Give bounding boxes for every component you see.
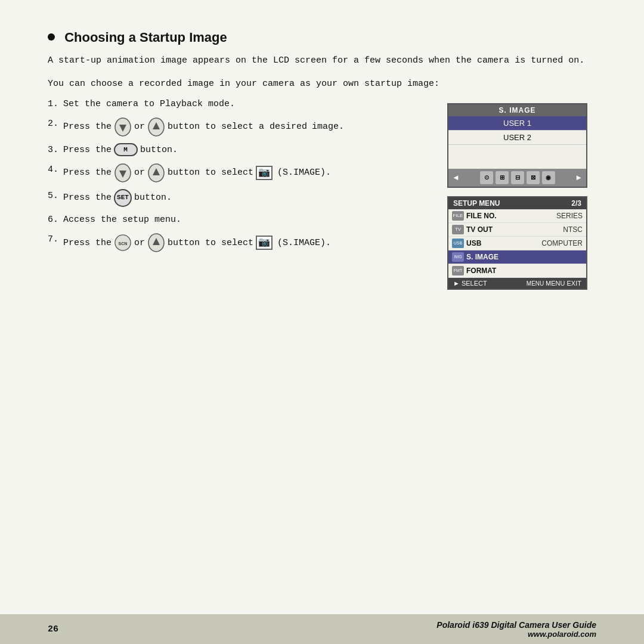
- step-2: 2. Press the or: [48, 117, 429, 137]
- setup-value-fileno: SERIES: [556, 212, 583, 220]
- simage-bottom-bar: ◄ ⊙ ⊞ ⊟ ⊠ ◉ ►: [448, 169, 586, 187]
- step-5: 5. Press the SET button.: [48, 189, 429, 207]
- setup-value-usb: COMPUTER: [541, 239, 583, 247]
- setup-footer-select: ► SELECT: [453, 280, 487, 287]
- setup-label-tvout: TV OUT: [466, 225, 561, 234]
- setup-label-usb: USB: [466, 239, 539, 247]
- setup-row-format: FMT FORMAT: [448, 264, 586, 278]
- step-3-text: Press the M button.: [63, 143, 429, 157]
- footer-brand: Polaroid i639 Digital Camera User Guide …: [436, 620, 596, 639]
- setup-icon-tv: TV: [452, 225, 464, 234]
- setup-footer-exit: MENU MENU EXIT: [527, 280, 581, 287]
- footer-brand-line2: www.polaroid.com: [436, 630, 596, 639]
- steps-left: 1. Set the camera to Playback mode. 2. P…: [48, 97, 447, 259]
- setup-row-simage: IMG S. IMAGE: [448, 250, 586, 264]
- setup-row-fileno: FILE FILE NO. SERIES: [448, 209, 586, 223]
- steps-area: 1. Set the camera to Playback mode. 2. P…: [48, 97, 596, 290]
- nav-up-btn-4: [147, 163, 165, 183]
- step-7: 7. Press the SCN or: [48, 233, 429, 253]
- step-3: 3. Press the M button.: [48, 143, 429, 157]
- simage-row-user1: USER 1: [448, 116, 586, 131]
- step-5-num: 5.: [48, 189, 63, 203]
- simage-empty-area: [448, 145, 586, 169]
- step-1-num: 1.: [48, 97, 63, 111]
- setup-icon-simage: IMG: [452, 252, 464, 262]
- setup-footer: ► SELECT MENU MENU EXIT: [448, 278, 586, 289]
- simage-header: S. IMAGE: [448, 104, 586, 116]
- setup-label-simage: S. IMAGE: [466, 253, 580, 261]
- nav-icon-1: ⊙: [480, 171, 493, 184]
- bullet-icon: [48, 33, 55, 41]
- step-6: 6. Access the setup menu.: [48, 213, 429, 227]
- step-1: 1. Set the camera to Playback mode.: [48, 97, 429, 111]
- setup-label-format: FORMAT: [466, 267, 580, 275]
- footer-brand-line1: Polaroid i639 Digital Camera User Guide: [436, 620, 596, 630]
- step-4-text: Press the or button to s: [63, 163, 429, 183]
- setup-value-tvout: NTSC: [563, 225, 583, 234]
- steps-right: S. IMAGE USER 1 USER 2 ◄ ⊙ ⊞ ⊟ ⊠ ◉ ►: [447, 103, 596, 290]
- simage-camera-icon-7: 📷: [256, 236, 273, 250]
- step-3-num: 3.: [48, 143, 63, 157]
- nav-down-btn-2: [114, 117, 132, 137]
- setup-header-label: SETUP MENU: [453, 199, 500, 208]
- step-4: 4. Press the or: [48, 163, 429, 183]
- step-2-num: 2.: [48, 117, 63, 131]
- simage-menu-panel: S. IMAGE USER 1 USER 2 ◄ ⊙ ⊞ ⊟ ⊠ ◉ ►: [447, 103, 587, 188]
- nav-btn-7: [147, 233, 165, 253]
- setup-row-tvout: TV TV OUT NTSC: [448, 223, 586, 237]
- step-5-text: Press the SET button.: [63, 189, 429, 207]
- simage-left-arrow: ◄: [452, 173, 460, 182]
- nav-icon-3: ⊟: [511, 171, 524, 184]
- intro-paragraph-2: You can choose a recorded image in your …: [48, 77, 596, 91]
- simage-right-arrow: ►: [575, 173, 583, 182]
- setup-menu-panel: SETUP MENU 2/3 FILE FILE NO. SERIES TV T…: [447, 196, 587, 290]
- section-title: Choosing a Startup Image: [48, 30, 596, 45]
- step-7-text: Press the SCN or: [63, 233, 429, 253]
- step-2-text: Press the or: [63, 117, 429, 137]
- setup-icon-format: FMT: [452, 266, 464, 275]
- page: Choosing a Startup Image A start-up anim…: [0, 0, 644, 644]
- nav-icon-5: ◉: [542, 171, 555, 184]
- setup-row-usb: USB USB COMPUTER: [448, 237, 586, 250]
- scn-button-icon: SCN: [114, 233, 132, 253]
- setup-icon-file: FILE: [452, 211, 464, 221]
- setup-label-fileno: FILE NO.: [466, 212, 554, 220]
- simage-nav-icons: ⊙ ⊞ ⊟ ⊠ ◉: [480, 171, 555, 184]
- step-7-num: 7.: [48, 233, 63, 246]
- nav-icon-4: ⊠: [527, 171, 540, 184]
- intro-paragraph-1: A start-up animation image appears on th…: [48, 54, 596, 67]
- set-button-icon: SET: [114, 189, 132, 207]
- simage-camera-icon-4: 📷: [256, 166, 273, 180]
- svg-text:SCN: SCN: [119, 242, 128, 246]
- setup-header: SETUP MENU 2/3: [448, 197, 586, 209]
- nav-icon-2: ⊞: [496, 171, 509, 184]
- footer-bar: 26 Polaroid i639 Digital Camera User Gui…: [0, 614, 644, 644]
- setup-header-page: 2/3: [571, 199, 581, 208]
- simage-row-user2: USER 2: [448, 131, 586, 145]
- m-button-icon: M: [114, 143, 138, 156]
- step-6-num: 6.: [48, 213, 63, 227]
- step-4-num: 4.: [48, 163, 63, 177]
- nav-up-btn-2: [147, 117, 165, 137]
- section-title-text: Choosing a Startup Image: [64, 30, 227, 45]
- footer-page-number: 26: [48, 624, 58, 634]
- nav-down-btn-4: [114, 163, 132, 183]
- step-6-text: Access the setup menu.: [63, 213, 429, 227]
- setup-icon-usb: USB: [452, 239, 464, 248]
- step-1-text: Set the camera to Playback mode.: [63, 97, 429, 111]
